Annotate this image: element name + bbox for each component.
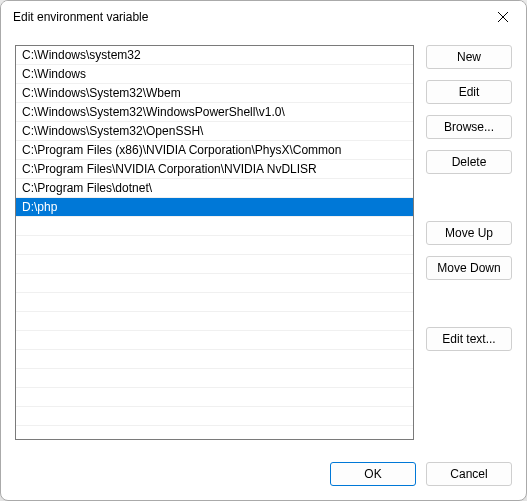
list-item[interactable] [16, 388, 413, 407]
titlebar: Edit environment variable [1, 1, 526, 33]
cancel-button[interactable]: Cancel [426, 462, 512, 486]
list-item[interactable]: C:\Windows\system32 [16, 46, 413, 65]
new-button[interactable]: New [426, 45, 512, 69]
dialog-title: Edit environment variable [13, 10, 480, 24]
path-list-inner: C:\Windows\system32 C:\Windows C:\Window… [16, 46, 413, 426]
main-row: C:\Windows\system32 C:\Windows C:\Window… [15, 45, 512, 448]
list-item[interactable]: C:\Program Files\dotnet\ [16, 179, 413, 198]
edit-env-var-dialog: Edit environment variable C:\Windows\sys… [0, 0, 527, 501]
edit-button[interactable]: Edit [426, 80, 512, 104]
list-item[interactable] [16, 217, 413, 236]
list-item[interactable]: C:\Windows\System32\OpenSSH\ [16, 122, 413, 141]
path-listbox[interactable]: C:\Windows\system32 C:\Windows C:\Window… [15, 45, 414, 440]
list-item[interactable] [16, 407, 413, 426]
list-item[interactable] [16, 274, 413, 293]
list-item[interactable]: C:\Windows [16, 65, 413, 84]
bottom-button-row: OK Cancel [15, 448, 512, 486]
dialog-content: C:\Windows\system32 C:\Windows C:\Window… [1, 33, 526, 500]
browse-button[interactable]: Browse... [426, 115, 512, 139]
edit-text-button[interactable]: Edit text... [426, 327, 512, 351]
list-item[interactable] [16, 255, 413, 274]
move-down-button[interactable]: Move Down [426, 256, 512, 280]
list-item[interactable]: C:\Windows\System32\WindowsPowerShell\v1… [16, 103, 413, 122]
side-button-column: New Edit Browse... Delete Move Up Move D… [426, 45, 512, 448]
list-item[interactable]: C:\Windows\System32\Wbem [16, 84, 413, 103]
close-button[interactable] [480, 1, 526, 33]
list-item[interactable]: C:\Program Files\NVIDIA Corporation\NVID… [16, 160, 413, 179]
list-item[interactable] [16, 350, 413, 369]
list-item[interactable] [16, 369, 413, 388]
ok-button[interactable]: OK [330, 462, 416, 486]
list-item[interactable] [16, 236, 413, 255]
list-item[interactable]: C:\Program Files (x86)\NVIDIA Corporatio… [16, 141, 413, 160]
list-item[interactable] [16, 312, 413, 331]
list-item[interactable]: D:\php [16, 198, 413, 217]
delete-button[interactable]: Delete [426, 150, 512, 174]
close-icon [498, 12, 508, 22]
list-item[interactable] [16, 293, 413, 312]
move-up-button[interactable]: Move Up [426, 221, 512, 245]
list-item[interactable] [16, 331, 413, 350]
